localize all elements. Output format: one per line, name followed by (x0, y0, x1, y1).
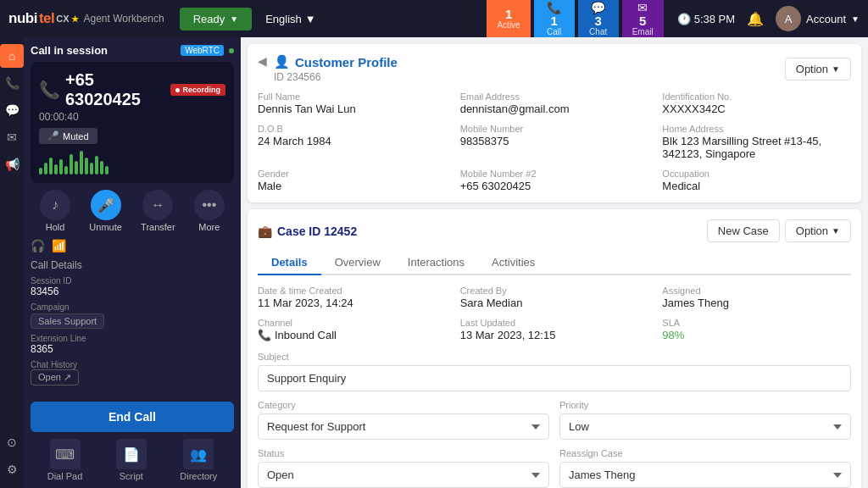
active-label: Active (497, 20, 520, 30)
muted-button[interactable]: 🎤 Muted (39, 128, 97, 144)
chat-history-open-button[interactable]: Open ↗ (31, 369, 79, 385)
sidebar-item-broadcast[interactable]: 📢 (0, 152, 24, 176)
webrtc-label: WebRTC (181, 45, 224, 56)
sidebar-item-home[interactable]: ⌂ (0, 44, 24, 68)
tab-details[interactable]: Details (258, 251, 321, 275)
call-in-session-header: Call in session WebRTC (31, 44, 234, 57)
reassign-group: Reassign Case James Theng Sara Median Jo… (559, 448, 851, 488)
call-in-session-title: Call in session (31, 44, 108, 57)
new-case-button[interactable]: New Case (707, 219, 780, 242)
sidebar-item-reports[interactable]: ⊙ (0, 430, 24, 454)
language-label: English (265, 13, 302, 25)
more-label: More (198, 222, 220, 232)
script-button[interactable]: 📄 Script (116, 439, 147, 481)
call-actions: ♪ Hold 🎤 Unmute ↔ Transfer ••• More (31, 190, 234, 232)
profile-header: ◀ 👤 Customer Profile ID 234566 Option (258, 54, 851, 83)
nav-counters: 1 Active 📞 1 Call 💬 3 Chat ✉ 5 Email (487, 0, 663, 40)
email-label: Email (632, 27, 654, 36)
chat-label: Chat (589, 27, 607, 36)
profile-field-mobile2: Mobile Number #2 +65 63020425 (460, 169, 649, 192)
assigned-value: James Theng (662, 297, 851, 309)
nav-counter-call[interactable]: 📞 1 Call (534, 0, 575, 40)
waveform (39, 149, 225, 175)
nav-counter-chat[interactable]: 💬 3 Chat (578, 0, 619, 40)
created-by-value: Sara Median (460, 297, 649, 309)
case-field-created-by: Created By Sara Median (460, 286, 649, 309)
sidebar-item-email[interactable]: ✉ (0, 125, 24, 149)
account-chevron-icon: ▼ (851, 14, 860, 24)
created-by-label: Created By (460, 286, 649, 296)
profile-option-button[interactable]: Option ▼ (785, 58, 851, 80)
idno-label: Identification No. (662, 92, 851, 102)
subject-input[interactable] (258, 365, 851, 391)
case-option-button[interactable]: Option ▼ (785, 219, 851, 242)
waveform-bar (54, 164, 58, 175)
notification-bell[interactable]: 🔔 (747, 11, 764, 27)
created-date-label: Date & time Created (258, 286, 447, 296)
logo-tel: tel (39, 10, 54, 27)
waveform-bar (39, 168, 42, 175)
customer-profile-card: ◀ 👤 Customer Profile ID 234566 Option (248, 44, 861, 202)
directory-button[interactable]: 👥 Directory (180, 439, 217, 481)
hold-label: Hold (46, 222, 65, 232)
mobile2-label: Mobile Number #2 (460, 169, 649, 179)
dialpad-button[interactable]: ⌨ Dial Pad (47, 439, 83, 481)
campaign-row: Campaign Sales Support (31, 302, 234, 329)
status-reassign-row: Status Open Closed Pending Reassign Case… (258, 448, 851, 488)
tab-interactions[interactable]: Interactions (394, 251, 478, 275)
waveform-bar (70, 154, 73, 175)
profile-field-mobile: Mobile Number 98358375 (460, 124, 649, 160)
time-value: 5:38 PM (694, 13, 735, 25)
transfer-icon: ↔ (142, 190, 173, 220)
priority-select[interactable]: Low Medium High (559, 413, 851, 440)
idno-value: XXXXX342C (662, 103, 851, 115)
category-priority-row: Category Request for Support General Enq… (258, 400, 851, 448)
occupation-label: Occupation (662, 169, 851, 179)
logo-cx: CX (56, 14, 69, 24)
nav-time: 🕐 5:38 PM (677, 13, 735, 25)
extension-row: Extension Line 8365 (31, 334, 234, 355)
back-arrow-icon[interactable]: ◀ (258, 54, 267, 68)
nav-counter-email[interactable]: ✉ 5 Email (622, 0, 664, 40)
logo-nubi: nubi (8, 10, 37, 27)
sidebar-item-phone[interactable]: 📞 (0, 71, 24, 95)
ready-button[interactable]: Ready ▼ (180, 8, 252, 30)
waveform-bar (64, 166, 68, 175)
sidebar-item-settings[interactable]: ⚙ (0, 458, 24, 481)
unmute-button[interactable]: 🎤 Unmute (89, 190, 122, 232)
transfer-button[interactable]: ↔ Transfer (141, 190, 175, 232)
nav-counter-active[interactable]: 1 Active (487, 0, 530, 40)
waveform-bar (105, 166, 108, 175)
call-count: 1 (551, 14, 558, 27)
account-menu[interactable]: A Account ▼ (776, 6, 860, 31)
tab-overview[interactable]: Overview (321, 251, 394, 275)
created-date-value: 11 Mar 2023, 14:24 (258, 297, 447, 309)
channel-label: Channel (258, 318, 447, 328)
status-select[interactable]: Open Closed Pending (258, 462, 549, 488)
category-select[interactable]: Request for Support General Enquiry Tech… (258, 413, 549, 440)
case-option-chevron-icon: ▼ (832, 226, 840, 236)
more-button[interactable]: ••• More (194, 190, 225, 232)
unmute-label: Unmute (89, 222, 122, 232)
category-group: Category Request for Support General Enq… (258, 400, 549, 440)
reassign-select[interactable]: James Theng Sara Median John Doe (559, 462, 851, 488)
extension-value: 8365 (31, 343, 234, 355)
profile-field-occupation: Occupation Medical (662, 169, 851, 192)
subject-group: Subject (258, 352, 851, 391)
case-field-created-date: Date & time Created 11 Mar 2023, 14:24 (258, 286, 447, 309)
assigned-label: Assigned (662, 286, 851, 296)
logo-star: ★ (71, 14, 79, 24)
call-icon: 📞 (547, 1, 561, 14)
tab-activities[interactable]: Activities (478, 251, 548, 275)
case-field-last-updated: Last Updated 13 Mar 2023, 12:15 (460, 318, 649, 341)
phone-number-value: +65 63020425 (65, 70, 165, 109)
sidebar-item-chat[interactable]: 💬 (0, 98, 24, 122)
end-call-button[interactable]: End Call (31, 402, 234, 432)
channel-phone-icon: 📞 (258, 329, 271, 341)
recording-label: Recording (182, 86, 220, 94)
reassign-label: Reassign Case (559, 448, 851, 458)
hold-button[interactable]: ♪ Hold (40, 190, 70, 232)
logo: nubitelCX ★ Agent Workbench (8, 10, 164, 27)
language-selector[interactable]: English ▼ (265, 13, 316, 25)
email-value: dennistan@gmail.com (460, 103, 649, 115)
